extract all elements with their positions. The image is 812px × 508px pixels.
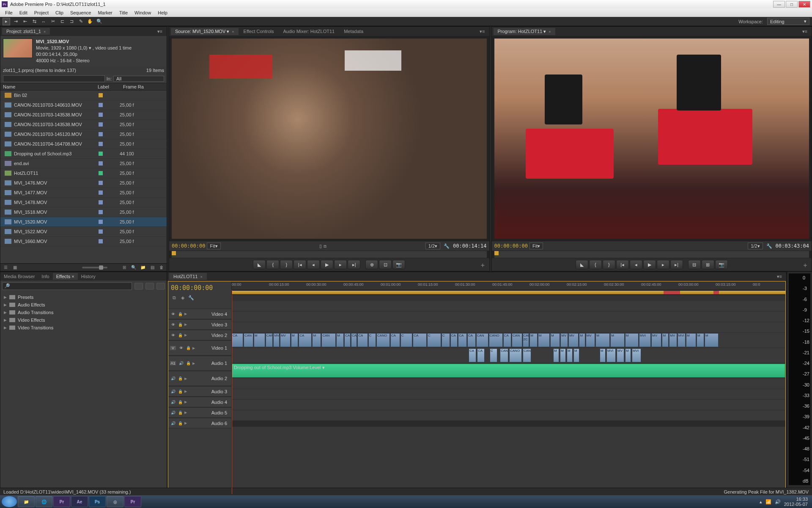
timeline-clip[interactable]: MV [651, 333, 661, 347]
new-bin-button[interactable]: 📁 [140, 265, 146, 271]
lock-icon[interactable]: 🔒 [177, 389, 183, 394]
track-target[interactable]: A1 [170, 361, 176, 365]
timeline-clip[interactable]: CANON-2C [523, 333, 529, 347]
slip-tool[interactable]: ⊏ [58, 18, 66, 25]
settings-icon[interactable]: 🔧 [444, 243, 450, 249]
disclosure-icon[interactable]: ▶ [4, 326, 7, 330]
source-tc-in[interactable]: 00:00:00:00 [172, 243, 205, 249]
timeline-clip[interactable]: M [579, 333, 585, 347]
drag-audio-icon[interactable]: ⧈ [324, 243, 326, 249]
lock-icon[interactable]: 🔒 [177, 410, 183, 415]
timeline-zoombar[interactable] [232, 290, 785, 295]
disclosure-icon[interactable]: ▶ [184, 400, 187, 404]
disclosure-icon[interactable]: ▶ [184, 323, 187, 326]
go-in-button[interactable]: |◂ [294, 260, 306, 269]
timeline-clip[interactable]: CAN [266, 333, 273, 347]
lock-icon[interactable]: 🔒 [177, 322, 183, 327]
lock-icon[interactable]: 🔒 [177, 421, 183, 426]
timeline-clip[interactable]: M [705, 333, 719, 347]
go-in-button[interactable]: |◂ [616, 260, 629, 269]
source-tab[interactable]: Source: MVI_1520.MOV ▾× [171, 28, 239, 35]
column-headers[interactable]: Name Label Frame Ra [0, 83, 167, 91]
new-item-button[interactable]: ▤ [149, 265, 156, 271]
export-frame-button[interactable]: 📷 [715, 260, 728, 269]
source-tab[interactable]: Audio Mixer: HotZLOT11 [279, 28, 339, 35]
source-video[interactable] [172, 39, 487, 239]
minimize-button[interactable]: — [773, 1, 785, 8]
lock-icon[interactable]: 🔒 [177, 400, 183, 405]
video-track-header[interactable]: 👁🔒▶Video 4 [168, 309, 231, 319]
source-tab[interactable]: Effect Controls [239, 28, 278, 35]
marker-icon[interactable]: ◈ [179, 294, 186, 301]
source-zoom-select[interactable]: 1/2 ▾ [425, 243, 440, 249]
menu-help[interactable]: Help [154, 10, 171, 15]
effects-tab[interactable]: Effects × [53, 273, 78, 280]
timeline-clip[interactable]: CAN [244, 333, 253, 347]
close-icon[interactable]: × [44, 30, 46, 34]
project-item[interactable]: Bin 02 [0, 91, 167, 100]
disclosure-icon[interactable]: ▶ [184, 421, 187, 425]
extract-button[interactable]: ⊞ [702, 260, 714, 269]
project-item[interactable]: MVI_1518.MOV 25,00 f [0, 207, 167, 217]
project-item[interactable]: CANON-20110703-143538.MOV 25,00 f [0, 110, 167, 120]
timeline-clip[interactable]: CA [232, 333, 243, 347]
track-audio-4[interactable] [232, 389, 785, 400]
effects-folder[interactable]: ▶Video Transitions [0, 324, 167, 331]
timeline-audio-clip[interactable]: MVI [606, 348, 616, 362]
timeline-clip[interactable]: MV [280, 333, 291, 347]
timeline-clip[interactable]: C [442, 333, 450, 347]
effects-tab[interactable]: Info [38, 273, 52, 280]
timeline-clip[interactable]: CA [458, 333, 467, 347]
disclosure-icon[interactable]: ▶ [184, 333, 187, 337]
source-fit-select[interactable]: Fit ▾ [207, 243, 220, 249]
timeline-clip[interactable]: M [312, 333, 321, 347]
track-video-3[interactable] [232, 312, 785, 322]
lock-icon[interactable]: 🔒 [185, 361, 191, 366]
audio-track-header[interactable]: 🔊🔒▶Audio 4 [168, 397, 231, 407]
tray-arrow-icon[interactable]: ▴ [760, 499, 762, 505]
lock-icon[interactable]: 🔒 [177, 312, 183, 317]
taskbar-chrome[interactable]: 🌐 [36, 496, 52, 507]
timeline-audio-clip[interactable]: CAN [523, 348, 531, 362]
ripple-edit-tool[interactable]: ⇤ [21, 18, 29, 25]
disclosure-icon[interactable]: ▶ [4, 310, 7, 315]
timeline-clip[interactable]: C [427, 333, 441, 347]
audio-track-header[interactable]: 🔊🔒▶Audio 3 [168, 386, 231, 397]
timeline-audio-clip[interactable]: MV [617, 348, 624, 362]
playhead-icon[interactable] [494, 251, 499, 255]
eye-icon[interactable]: 👁 [178, 345, 184, 351]
drag-video-icon[interactable]: ▯ [319, 243, 322, 249]
project-item[interactable]: MVI_1660.MOV 25,00 f [0, 237, 167, 246]
project-item[interactable]: MVI_1522.MOV 25,00 f [0, 227, 167, 237]
timeline-audio-clip[interactable]: CANO [509, 348, 522, 362]
timeline-ruler[interactable]: 00:0000:00:15:0000:00:30:0000:00:45:0000… [232, 282, 785, 290]
menu-edit[interactable]: Edit [16, 10, 31, 15]
timeline-clip[interactable]: CA [390, 333, 400, 347]
timeline-clip[interactable]: CA [351, 333, 357, 347]
disclosure-icon[interactable]: ▶ [184, 411, 187, 414]
mark-clip-button[interactable]: } [280, 260, 293, 269]
timeline-clip[interactable]: M [550, 333, 560, 347]
timeline-clip[interactable]: CA [450, 333, 458, 347]
eye-icon[interactable]: 👁 [170, 322, 176, 327]
project-item[interactable]: MVI_1478.MOV 25,00 f [0, 198, 167, 207]
project-item[interactable]: CANON-20110704-164708.MOV 25,00 f [0, 139, 167, 149]
timeline-clip[interactable]: M [595, 333, 610, 347]
lift-button[interactable]: ⊟ [688, 260, 701, 269]
project-item[interactable]: CANON-20110703-145120.MOV 25,00 f [0, 130, 167, 139]
project-item[interactable]: MVI_1477.MOV 25,00 f [0, 188, 167, 198]
eye-icon[interactable]: 👁 [170, 312, 176, 317]
tray-clock[interactable]: 16:33 2012-05-07 [784, 497, 808, 507]
program-tc-in[interactable]: 00:00:00:00 [494, 243, 528, 249]
timeline-audio-clip[interactable]: M [600, 348, 606, 362]
audio-track-header[interactable]: 🔊🔒▶Audio 2 [168, 371, 231, 386]
list-view-button[interactable]: ☰ [2, 265, 9, 271]
panel-menu-icon[interactable]: ▾≡ [800, 29, 810, 34]
razor-tool[interactable]: ✂ [49, 18, 57, 25]
workspace-select[interactable]: Editing▾ [767, 18, 809, 25]
menu-file[interactable]: File [2, 10, 16, 15]
mark-in-button[interactable]: ◣ [253, 260, 266, 269]
effects-folder[interactable]: ▶Audio Effects [0, 301, 167, 309]
mark-out-button[interactable]: { [266, 260, 279, 269]
export-frame-button[interactable]: 📷 [392, 260, 405, 269]
